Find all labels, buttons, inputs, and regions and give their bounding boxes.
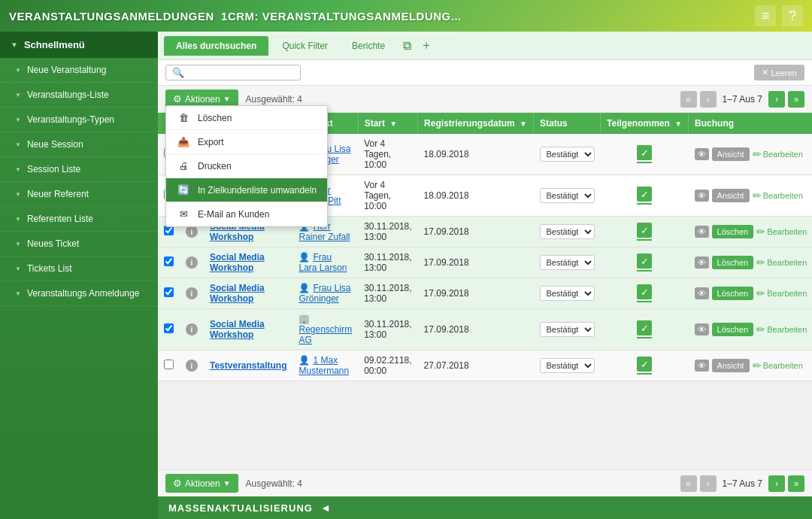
sidebar-item-veranstaltungs-liste[interactable]: Veranstaltungs-Liste <box>0 83 158 108</box>
ansicht-button[interactable]: Ansicht <box>712 147 750 161</box>
dropdown-item-4[interactable]: ✉E-Mail an Kunden <box>166 202 327 226</box>
attended-check[interactable]: ✓ <box>637 284 652 299</box>
help-icon-button[interactable]: ? <box>782 5 803 26</box>
info-badge[interactable]: i <box>186 323 198 335</box>
eye-icon[interactable]: 👁 <box>695 323 709 335</box>
bottom-page-first-button[interactable]: « <box>680 475 697 492</box>
event-name-link[interactable]: Social Media Workshop <box>210 319 265 340</box>
row-reg-date: 18.09.2018 <box>418 175 534 217</box>
attended-check[interactable]: ✓ <box>637 223 652 238</box>
bearbeiten-button[interactable]: ✏Bearbeiten <box>756 226 807 238</box>
ansicht-button[interactable]: Ansicht <box>712 359 750 372</box>
tab-quick-filter[interactable]: Quick Filter <box>271 36 338 56</box>
dropdown-item-3[interactable]: 🔄In Zielkundenliste umwandeln <box>166 178 327 202</box>
bearbeiten-button[interactable]: ✏Bearbeiten <box>756 323 807 335</box>
ansicht-button[interactable]: Ansicht <box>712 189 750 202</box>
eye-icon[interactable]: 👁 <box>695 148 709 160</box>
status-select[interactable]: Bestätigt <box>540 147 595 162</box>
dropdown-item-1[interactable]: 📤Export <box>166 130 327 154</box>
tab-copy-button[interactable]: ⧉ <box>398 38 416 54</box>
row-checkbox[interactable] <box>164 287 174 297</box>
bottom-page-next-button[interactable]: › <box>768 475 785 492</box>
col-start[interactable]: Start ▼ <box>358 113 417 134</box>
loeschen-button[interactable]: Löschen <box>712 287 754 300</box>
eye-icon[interactable]: 👁 <box>695 287 709 299</box>
attended-check[interactable]: ✓ <box>637 320 652 335</box>
status-select[interactable]: Bestätigt <box>540 322 595 337</box>
sidebar-item-referenten-liste[interactable]: Referenten Liste <box>0 207 158 232</box>
info-badge[interactable]: i <box>186 360 198 372</box>
row-checkbox[interactable] <box>164 360 174 369</box>
row-info-cell: i <box>180 247 204 278</box>
eye-icon[interactable]: 👁 <box>695 226 709 238</box>
bearbeiten-button[interactable]: ✏Bearbeiten <box>753 360 803 372</box>
bearbeiten-button[interactable]: ✏Bearbeiten <box>753 148 803 160</box>
col-teilgenommen[interactable]: Teilgenommen ▼ <box>601 113 689 134</box>
bearbeiten-button[interactable]: ✏Bearbeiten <box>753 190 803 202</box>
row-checkbox[interactable] <box>164 323 174 333</box>
eye-icon[interactable]: 👁 <box>695 256 709 269</box>
contact-link[interactable]: Regenschirm AG <box>298 324 352 345</box>
event-name-link[interactable]: Social Media Workshop <box>210 252 265 273</box>
page-prev-button[interactable]: ‹ <box>700 91 717 108</box>
bearbeiten-button[interactable]: ✏Bearbeiten <box>756 256 807 269</box>
status-select[interactable]: Bestätigt <box>540 358 595 373</box>
header-title: VERANSTALTUNGSANMELDUNGEN 1CRM: VERANSTA… <box>9 10 462 23</box>
attended-check[interactable]: ✓ <box>637 145 652 160</box>
row-checkbox[interactable] <box>164 256 174 266</box>
menu-icon-button[interactable]: ≡ <box>755 5 776 26</box>
dropdown-item-icon-3: 🔄 <box>177 184 190 196</box>
sidebar-item-neues-ticket[interactable]: Neues Ticket <box>0 232 158 256</box>
dropdown-item-0[interactable]: 🗑Löschen <box>166 106 327 130</box>
info-badge[interactable]: i <box>186 226 198 238</box>
mass-update-arrow-icon[interactable]: ◄ <box>320 502 332 514</box>
tab-add-button[interactable]: ＋ <box>416 36 437 55</box>
loeschen-button[interactable]: Löschen <box>712 323 754 336</box>
status-select[interactable]: Bestätigt <box>540 224 595 239</box>
bottom-page-prev-button[interactable]: ‹ <box>700 475 717 492</box>
main-layout: Schnellmenü Neue Veranstaltung Veranstal… <box>0 32 812 519</box>
sidebar-item-neue-veranstaltung[interactable]: Neue Veranstaltung <box>0 58 158 83</box>
sidebar-item-tickets-list[interactable]: Tickets List <box>0 256 158 281</box>
bearbeiten-button[interactable]: ✏Bearbeiten <box>756 287 807 299</box>
loeschen-button[interactable]: Löschen <box>712 225 754 238</box>
tab-alles-durchsuchen[interactable]: Alles durchsuchen <box>164 36 268 56</box>
row-info-cell: i <box>180 278 204 309</box>
sidebar-item-session-liste[interactable]: Session Liste <box>0 157 158 182</box>
sidebar-item-veranstaltungs-typen[interactable]: Veranstaltungs-Typen <box>0 108 158 132</box>
event-name-link[interactable]: Social Media Workshop <box>210 283 265 304</box>
search-input[interactable] <box>187 68 292 78</box>
bottom-page-last-button[interactable]: » <box>788 475 804 492</box>
row-event-name: Social Media Workshop <box>204 247 292 278</box>
info-badge[interactable]: i <box>186 287 198 299</box>
clear-button[interactable]: ✕ Leeren <box>754 65 804 80</box>
row-attended: ✓ <box>601 134 689 175</box>
attended-check[interactable]: ✓ <box>637 187 652 202</box>
row-reg-date: 17.09.2018 <box>418 247 534 278</box>
sidebar-item-neuer-referent[interactable]: Neuer Referent <box>0 182 158 207</box>
page-first-button[interactable]: « <box>680 91 697 108</box>
page-next-button[interactable]: › <box>768 91 785 108</box>
attended-check[interactable]: ✓ <box>637 357 652 372</box>
sidebar-item-neue-session[interactable]: Neue Session <box>0 132 158 157</box>
pagination-top: « ‹ 1–7 Aus 7 › » <box>680 91 804 108</box>
eye-icon[interactable]: 👁 <box>695 190 709 202</box>
attended-check[interactable]: ✓ <box>637 253 652 269</box>
status-select[interactable]: Bestätigt <box>540 286 595 301</box>
selected-count: Ausgewählt: 4 <box>246 94 302 105</box>
row-attended: ✓ <box>601 217 689 247</box>
col-registrierungsdatum[interactable]: Registrierungsdatum ▼ <box>418 113 534 134</box>
tab-berichte[interactable]: Berichte <box>341 36 395 56</box>
row-checkbox-cell <box>158 247 180 278</box>
loeschen-button[interactable]: Löschen <box>712 256 754 269</box>
search-icon: 🔍 <box>172 67 184 78</box>
page-last-button[interactable]: » <box>788 91 804 108</box>
sidebar-item-veranstaltungs-anmeldunge[interactable]: Veranstaltungs Anmeldunge <box>0 281 158 306</box>
event-name-link[interactable]: Testveranstaltung <box>210 360 286 371</box>
bottom-aktionen-button[interactable]: ⚙ Aktionen ▼ <box>165 474 238 493</box>
eye-icon[interactable]: 👁 <box>695 360 709 372</box>
status-select[interactable]: Bestätigt <box>540 255 595 270</box>
status-select[interactable]: Bestätigt <box>540 188 595 203</box>
dropdown-item-2[interactable]: 🖨Drucken <box>166 154 327 178</box>
info-badge[interactable]: i <box>186 256 198 269</box>
